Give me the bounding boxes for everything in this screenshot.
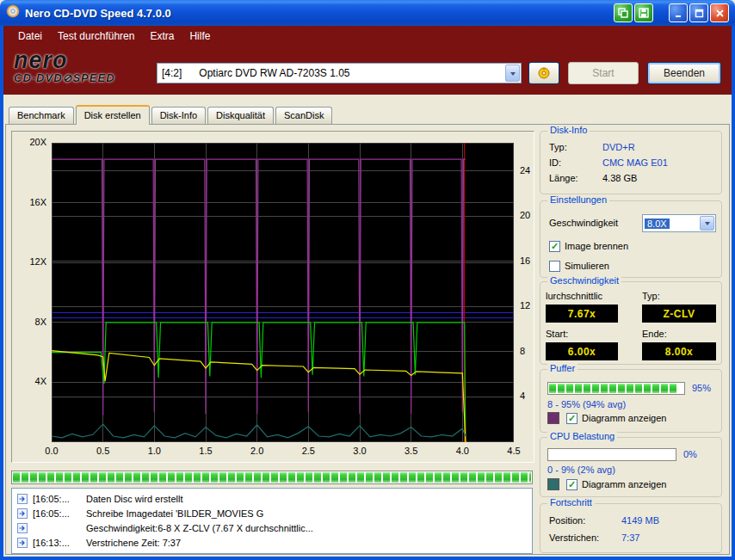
- group-title: Einstellungen: [547, 194, 609, 205]
- axis-tick-label: 3.5: [398, 446, 424, 457]
- nero-logo: nero CD·DVD⊘SPEED: [14, 49, 115, 84]
- log-entry-text: Geschwindigkeit:6-8 X Z-CLV (7.67 X durc…: [86, 523, 313, 533]
- header: nero CD·DVD⊘SPEED [4:2] Optiarc DVD RW A…: [3, 46, 732, 95]
- axis-tick-label: 4.0: [449, 446, 475, 457]
- settings-group: Einstellungen Geschwindigkeit 8.0X Image…: [540, 200, 722, 278]
- elapsed-label: Verstrichen:: [549, 532, 599, 543]
- disk-length-label: Länge:: [549, 173, 578, 183]
- x-axis-labels: 0.00.51.01.52.02.53.03.54.04.5: [52, 446, 514, 458]
- disk-length-value: 4.38 GB: [602, 173, 637, 183]
- axis-tick-label: 4.5: [501, 446, 527, 457]
- minimize-button[interactable]: [669, 3, 688, 22]
- axis-tick-label: 12X: [29, 256, 46, 268]
- disk-info-group: Disk-Info Typ: DVD+R ID: CMC MAG E01 Län…: [540, 131, 722, 194]
- progress-group: Fortschritt Position: 4149 MB Verstriche…: [540, 503, 722, 553]
- save-image-button[interactable]: [634, 3, 653, 22]
- app-window: Nero CD-DVD Speed 4.7.0.0 Datei Test dur…: [0, 0, 735, 560]
- burn-icon: [536, 66, 552, 80]
- checkbox-unchecked-icon[interactable]: [549, 261, 560, 272]
- log-entry-time: [16:13:...: [33, 538, 81, 548]
- cpu-graph-checkbox[interactable]: Diagramm anzeigen: [566, 478, 666, 490]
- buffer-range: 8 - 95% (94% avg): [547, 399, 626, 409]
- speed-type-display: Z-CLV: [642, 305, 716, 323]
- close-button[interactable]: [710, 3, 729, 22]
- window-frame: Datei Test durchführen Extra Hilfe nero …: [0, 26, 735, 560]
- buffer-graph-label: Diagramm anzeigen: [582, 413, 666, 423]
- group-title: Geschwindigkeit: [547, 275, 621, 286]
- tab-diskqualitaet[interactable]: Diskqualität: [207, 107, 274, 124]
- titlebar: Nero CD-DVD Speed 4.7.0.0: [0, 0, 735, 26]
- group-title: Fortschritt: [547, 497, 595, 508]
- axis-tick-label: 0.5: [90, 446, 116, 457]
- log-entry: [16:05:... Schreibe Imagedatei 'BILDER_M…: [12, 506, 532, 520]
- checkbox-checked-icon[interactable]: [549, 241, 560, 252]
- event-log: [16:05:... Daten Disc wird erstellt [16:…: [11, 488, 533, 554]
- log-entry-text: Schreibe Imagedatei 'BILDER_MOVIES G: [86, 508, 263, 519]
- nero-logo-text: nero: [14, 49, 115, 71]
- menu-item-hilfe[interactable]: Hilfe: [182, 28, 218, 44]
- eject-button[interactable]: [528, 62, 559, 84]
- tab-content: 4X8X12X16X20X 4812162024 0.00.51.01.52.0…: [5, 124, 730, 555]
- cd-dvd-speed-logo-text: CD·DVD⊘SPEED: [14, 71, 115, 84]
- menu-bar: Datei Test durchführen Extra Hilfe: [3, 26, 732, 46]
- tab-scandisk[interactable]: ScanDisk: [275, 107, 332, 124]
- axis-tick-label: 24: [520, 165, 530, 176]
- log-entry: [16:05:... Daten Disc wird erstellt: [12, 491, 532, 506]
- window-title: Nero CD-DVD Speed 4.7.0.0: [25, 7, 612, 20]
- write-progress-fill: [13, 472, 531, 483]
- burn-chart: 4X8X12X16X20X 4812162024 0.00.51.01.52.0…: [11, 131, 534, 463]
- image-burn-checkbox[interactable]: Image brennen: [549, 240, 628, 252]
- right-axis-labels: 4812162024: [517, 143, 541, 442]
- menu-item-extra[interactable]: Extra: [142, 28, 182, 44]
- log-entry-icon: [17, 538, 28, 548]
- position-label: Position:: [549, 515, 585, 526]
- buffer-group: Puffer 95% 8 - 95% (94% avg) Diagramm an…: [540, 369, 722, 433]
- chevron-down-icon[interactable]: [700, 216, 714, 231]
- average-speed-label: lurchschnittlic: [546, 291, 602, 301]
- drive-select-value: [4:2] Optiarc DVD RW AD-7203S 1.05: [158, 67, 504, 79]
- cpu-graph-label: Diagramm anzeigen: [582, 479, 666, 489]
- main-body: Benchmark Disk erstellen Disk-Info Diskq…: [3, 95, 732, 557]
- position-value: 4149 MB: [621, 515, 659, 526]
- checkbox-checked-icon[interactable]: [566, 479, 578, 490]
- axis-tick-label: 16X: [29, 197, 46, 208]
- axis-tick-label: 1.5: [193, 446, 219, 457]
- axis-tick-label: 2.5: [295, 446, 321, 457]
- disk-type-value: DVD+R: [602, 142, 635, 152]
- image-burn-label: Image brennen: [565, 241, 628, 251]
- write-progress-bar: [11, 471, 533, 484]
- menu-item-test-durchfuehren[interactable]: Test durchführen: [50, 28, 142, 44]
- log-entry-time: [16:05:...: [33, 508, 81, 519]
- log-entry-icon: [17, 508, 28, 519]
- log-entry: Geschwindigkeit:6-8 X Z-CLV (7.67 X durc…: [12, 520, 532, 535]
- axis-tick-label: 0.0: [39, 446, 65, 457]
- cpu-group: CPU Belastung 0% 0 - 9% (2% avg) Diagram…: [540, 437, 722, 497]
- speed-select[interactable]: 8.0X: [642, 214, 716, 232]
- menu-item-datei[interactable]: Datei: [10, 28, 50, 44]
- tab-disk-erstellen[interactable]: Disk erstellen: [76, 105, 150, 125]
- axis-tick-label: 1.0: [141, 446, 167, 457]
- tab-benchmark[interactable]: Benchmark: [9, 107, 74, 124]
- maximize-button[interactable]: [689, 3, 708, 22]
- start-button[interactable]: Start: [568, 62, 639, 84]
- buffer-color-swatch: [547, 412, 559, 424]
- start-speed-display: 6.00x: [546, 342, 618, 360]
- tab-disk-info[interactable]: Disk-Info: [151, 107, 206, 124]
- end-speed-display: 8.00x: [642, 342, 716, 360]
- drive-select[interactable]: [4:2] Optiarc DVD RW AD-7203S 1.05: [157, 63, 522, 83]
- quit-button[interactable]: Beenden: [647, 62, 721, 84]
- buffer-graph-checkbox[interactable]: Diagramm anzeigen: [566, 412, 666, 424]
- checkbox-checked-icon[interactable]: [566, 413, 578, 424]
- chevron-down-icon[interactable]: [505, 65, 520, 82]
- simulate-label: Simulieren: [565, 261, 609, 271]
- log-entry: [16:13:... Verstrichene Zeit: 7:37: [12, 535, 532, 550]
- buffer-level-fill: [549, 384, 676, 393]
- group-title: CPU Belastung: [547, 431, 617, 441]
- copy-image-button[interactable]: [614, 3, 633, 22]
- simulate-checkbox[interactable]: Simulieren: [549, 260, 609, 272]
- log-entry-icon: [17, 494, 28, 504]
- axis-tick-label: 20: [520, 210, 530, 221]
- group-title: Disk-Info: [547, 125, 590, 135]
- app-icon: [6, 4, 20, 22]
- cpu-color-swatch: [547, 478, 559, 490]
